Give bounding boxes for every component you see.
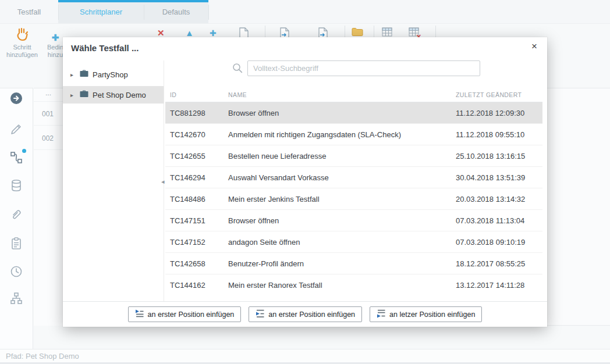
cell-id: TC146294 [170,173,228,182]
insert-at-first-position-button[interactable]: an erster Position einfügen [128,306,242,322]
briefcase-icon [80,70,88,79]
testcase-table: ID NAME ZULETZT GEÄNDERT TC881298 Browse… [165,87,542,289]
step-planner-icon[interactable] [9,151,23,165]
tab-schrittplaner[interactable]: Schrittplaner [58,0,144,23]
cell-modified: 13.12.2017 14:11:28 [456,281,542,290]
button-label: an letzer Position einfügen [389,311,475,319]
cell-modified: 25.10.2018 13:16:15 [456,152,542,160]
sitemap-hierarchy-icon[interactable] [9,291,23,305]
cell-modified: 11.12.2018 12:09:30 [456,109,542,117]
choose-testcase-dialog: Wähle Testfall ... × ▸ PartyShop ▸ Pet S… [63,37,547,327]
panel-collapse-icon[interactable]: ◂ [161,178,165,185]
dialog-title: Wähle Testfall ... [71,43,139,53]
table-row[interactable]: TC881298 Browser öffnen 11.12.2018 12:09… [165,102,542,124]
table-row[interactable]: TC146294 Auswahl Versandart Vorkasse 30.… [165,167,542,188]
cell-name: Mein erster Ranorex Testfall [228,281,456,290]
cell-name: Anmelden mit richtigen Zugangsdaten (SLA… [228,130,456,139]
cell-id: TC142670 [170,130,228,139]
tab-testfall[interactable]: Testfall [0,0,58,23]
database-icon[interactable] [9,179,23,192]
cell-modified: 07.03.2018 11:13:04 [456,216,542,225]
history-clock-icon[interactable] [9,265,23,279]
tree-item-label: PartyShop [93,70,128,79]
add-step-button[interactable]: Schritt hinzufügen [3,26,41,59]
left-sidebar [0,88,33,349]
insert-at-last-position-button[interactable]: an letzer Position einfügen [370,306,482,322]
add-step-label-line1: Schritt [3,44,41,51]
cell-name: Mein erster Jenkins Testfall [228,195,456,204]
cell-modified: 18.12.2017 08:55:25 [456,259,542,268]
cell-name: Bestellen neue Lieferadresse [228,152,456,160]
step-number: 002 [42,134,54,142]
column-header-id[interactable]: ID [170,91,228,98]
tree-item-label: Pet Shop Demo [93,91,146,99]
cell-name: Benutzer-Profil ändern [228,259,456,268]
cell-id: TC148486 [170,195,228,204]
table-row[interactable]: TC144162 Mein erster Ranorex Testfall 13… [165,274,542,289]
edit-pencil-icon[interactable] [9,122,23,136]
tree-item-partyshop[interactable]: ▸ PartyShop [63,66,164,83]
close-icon[interactable]: × [529,41,540,52]
path-label: Pfad: Pet Shop Demo [6,352,79,361]
column-header-modified[interactable]: ZULETZT GEÄNDERT [456,91,542,98]
insert-last-icon [377,309,385,320]
cell-name: Browser öffnen [228,109,456,117]
table-row[interactable]: TC142670 Anmelden mit richtigen Zugangsd… [165,124,542,145]
cell-id: TC881298 [170,109,228,117]
tab-defaults[interactable]: Defaults [144,0,208,23]
dialog-footer: an erster Position einfügen an erster Po… [63,301,547,327]
tab-separator [144,5,144,20]
cell-modified: 30.04.2018 13:51:39 [456,173,542,182]
attachment-paperclip-icon[interactable] [9,208,23,222]
table-row[interactable]: TC147152 andagon Seite öffnen 07.03.2018… [165,231,542,253]
cell-name: Browser öffnen [228,216,456,225]
chevron-right-icon[interactable]: ▸ [70,92,76,98]
project-tree: ▸ PartyShop ▸ Pet Shop Demo [63,60,164,301]
cell-id: TC142655 [170,152,228,160]
cell-modified: 07.03.2018 09:10:19 [456,238,542,247]
briefcase-icon [80,90,88,99]
status-bar: Pfad: Pet Shop Demo [0,349,610,362]
insert-before-icon [256,309,264,320]
cell-id: TC144162 [170,281,228,290]
search-icon [232,62,243,76]
button-label: an erster Position einfügen [268,311,355,319]
tree-item-pet-shop-demo[interactable]: ▸ Pet Shop Demo [63,86,164,104]
cell-name: Auswahl Versandart Vorkasse [228,173,456,182]
cell-name: andagon Seite öffnen [228,238,456,247]
tab-separator [208,5,209,20]
table-row[interactable]: TC142655 Bestellen neue Lieferadresse 25… [165,145,542,167]
insert-first-icon [135,309,144,320]
table-row[interactable]: TC147151 Browser öffnen 07.03.2018 11:13… [165,210,542,231]
table-row[interactable]: TC148486 Mein erster Jenkins Testfall 20… [165,188,542,210]
fulltext-search-input[interactable] [247,60,480,76]
clipboard-checklist-icon[interactable] [9,237,23,251]
chevron-right-icon[interactable]: ▸ [70,72,76,78]
tab-separator [58,5,59,20]
insert-at-first-position-button-2[interactable]: an erster Position einfügen [249,306,362,322]
step-number: 001 [42,110,54,118]
cell-modified: 11.12.2018 09:55:10 [456,130,542,139]
table-row[interactable]: TC142658 Benutzer-Profil ändern 18.12.20… [165,253,542,274]
tab-bar: Testfall Schrittplaner Defaults [0,0,610,24]
cell-id: TC147152 [170,238,228,247]
column-header-name[interactable]: NAME [228,91,456,98]
cell-id: TC147151 [170,216,228,225]
cell-modified: 20.03.2018 13:14:32 [456,195,542,204]
add-step-hand-icon [3,26,41,41]
cell-id: TC142658 [170,259,228,268]
notification-dot [22,149,26,153]
button-label: an erster Position einfügen [148,311,235,319]
add-step-label-line2: hinzufügen [3,51,41,59]
step-list-header: ... [45,89,51,97]
table-header: ID NAME ZULETZT GEÄNDERT [165,87,542,102]
app-window: Testfall Schrittplaner Defaults Schritt … [0,0,610,364]
run-arrow-icon[interactable] [9,91,23,105]
